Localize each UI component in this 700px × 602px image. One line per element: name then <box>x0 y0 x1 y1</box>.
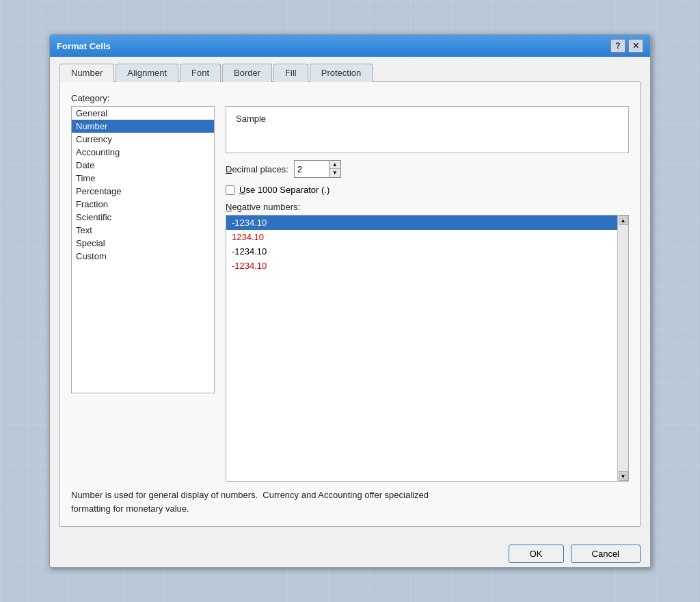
cancel-button[interactable]: Cancel <box>571 545 641 563</box>
negative-label: Negative numbers: <box>226 202 629 212</box>
tab-strip: Number Alignment Font Border Fill Protec… <box>59 64 641 82</box>
list-item[interactable]: Date <box>72 159 214 172</box>
spin-up-button[interactable]: ▲ <box>329 161 340 169</box>
decimal-input[interactable] <box>295 161 329 177</box>
right-panel: Sample Decimal places: ▲ <box>226 106 629 482</box>
separator-row: Use 1000 Separator (.) <box>226 185 629 195</box>
negative-list[interactable]: -1234.10 1234.10 -1234.10 -1234.10 <box>226 215 628 393</box>
title-bar: Format Cells ? ✕ <box>50 35 650 57</box>
list-item[interactable]: Fraction <box>72 198 214 211</box>
list-item[interactable]: Special <box>72 237 214 250</box>
category-list[interactable]: General Number Currency Accounting Date … <box>71 106 215 393</box>
spin-down-button[interactable]: ▼ <box>329 169 340 177</box>
format-cells-dialog: Format Cells ? ✕ Number Alignment Font B… <box>49 34 651 568</box>
scroll-up-arrow[interactable]: ▲ <box>619 215 628 225</box>
help-button[interactable]: ? <box>610 39 625 53</box>
tab-protection[interactable]: Protection <box>310 64 373 82</box>
category-label: Category: <box>71 93 629 103</box>
tab-number[interactable]: Number <box>59 64 114 82</box>
main-row: General Number Currency Accounting Date … <box>71 106 629 482</box>
list-item[interactable]: Accounting <box>72 146 214 159</box>
ok-button[interactable]: OK <box>509 545 564 563</box>
spinner-buttons: ▲ ▼ <box>329 161 340 177</box>
tab-panel: Category: General Number Currency Accoun… <box>59 81 641 527</box>
sample-value <box>236 129 619 143</box>
number-tab-content: Category: General Number Currency Accoun… <box>71 93 629 515</box>
list-item[interactable]: -1234.10 <box>226 215 617 230</box>
list-item[interactable]: General <box>72 107 214 120</box>
negative-list-wrap: -1234.10 1234.10 -1234.10 -1234.10 ▲ ▼ <box>226 215 629 482</box>
sample-section: Sample <box>226 106 629 153</box>
scroll-down-arrow[interactable]: ▼ <box>619 471 628 481</box>
tab-fill[interactable]: Fill <box>273 64 308 82</box>
list-item[interactable]: Custom <box>72 250 214 263</box>
description-text: Number is used for general display of nu… <box>71 488 629 515</box>
decimal-label: Decimal places: <box>226 164 288 174</box>
list-item[interactable]: Scientific <box>72 211 214 224</box>
list-item[interactable]: Currency <box>72 133 214 146</box>
close-button[interactable]: ✕ <box>628 39 643 53</box>
dialog-content: Number Alignment Font Border Fill Protec… <box>50 57 650 536</box>
sample-label: Sample <box>236 114 619 124</box>
category-container: General Number Currency Accounting Date … <box>71 106 215 482</box>
list-item[interactable]: -1234.10 <box>226 259 617 273</box>
decimal-input-wrap: ▲ ▼ <box>294 160 341 178</box>
decimal-row: Decimal places: ▲ ▼ <box>226 160 629 178</box>
dialog-title: Format Cells <box>57 41 111 51</box>
list-item[interactable]: 1234.10 <box>226 230 617 244</box>
scroll-track <box>618 225 628 471</box>
list-item[interactable]: Number <box>72 120 214 133</box>
negative-scrollbar[interactable]: ▲ ▼ <box>617 215 628 481</box>
title-bar-controls: ? ✕ <box>610 39 643 53</box>
list-item[interactable]: Text <box>72 224 214 237</box>
list-item[interactable]: Percentage <box>72 185 214 198</box>
tab-font[interactable]: Font <box>180 64 221 82</box>
footer: OK Cancel <box>50 536 650 567</box>
separator-checkbox[interactable] <box>226 185 235 195</box>
tab-alignment[interactable]: Alignment <box>116 64 178 82</box>
tab-border[interactable]: Border <box>222 64 272 82</box>
negative-section: Negative numbers: -1234.10 1234.10 -1234… <box>226 202 629 482</box>
separator-label[interactable]: Use 1000 Separator (.) <box>239 185 329 195</box>
list-item[interactable]: -1234.10 <box>226 244 617 259</box>
list-item[interactable]: Time <box>72 172 214 185</box>
